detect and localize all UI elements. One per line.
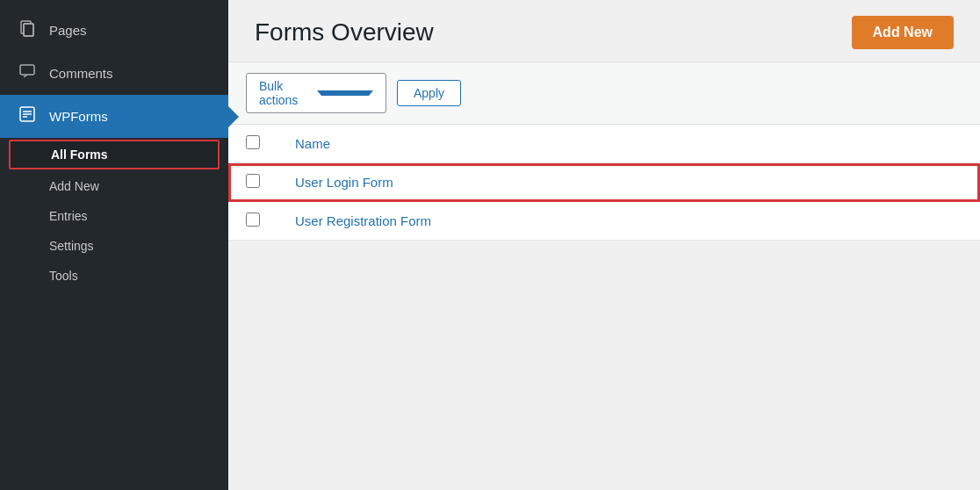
forms-table: Name User Login Form (228, 125, 980, 241)
sidebar-item-pages-label: Pages (49, 23, 87, 38)
sidebar-submenu: All Forms Add New Entries Settings Tools (0, 138, 228, 291)
form-name-cell: User Registration Form (277, 202, 980, 241)
svg-rect-1 (24, 24, 33, 36)
page-header: Forms Overview Add New (228, 0, 980, 61)
form-name-cell: User Login Form (277, 163, 980, 202)
table-row: User Login Form (228, 163, 980, 202)
submenu-item-entries[interactable]: Entries (0, 201, 228, 231)
table-header-row: Name (228, 125, 980, 163)
chevron-down-icon (317, 90, 373, 96)
select-all-checkbox[interactable] (246, 135, 260, 149)
row-checkbox[interactable] (246, 174, 260, 188)
submenu-item-settings[interactable]: Settings (0, 231, 228, 261)
table-area: Bulk actions Apply Name (228, 61, 980, 241)
wpforms-icon (18, 105, 37, 127)
sidebar-item-pages[interactable]: Pages (0, 9, 228, 52)
sidebar-item-comments[interactable]: Comments (0, 52, 228, 95)
name-column-header[interactable]: Name (277, 125, 980, 163)
apply-button[interactable]: Apply (397, 80, 461, 106)
bulk-actions-dropdown[interactable]: Bulk actions (246, 73, 386, 113)
toolbar: Bulk actions Apply (228, 62, 980, 125)
sidebar: Pages Comments WPForms All Forms Add New (0, 0, 228, 490)
submenu-item-add-new[interactable]: Add New (0, 171, 228, 201)
main-content: Forms Overview Add New Bulk actions Appl… (228, 0, 980, 490)
form-name-link[interactable]: User Registration Form (295, 213, 431, 228)
row-checkbox-col (228, 163, 277, 202)
submenu-item-all-forms[interactable]: All Forms (9, 140, 220, 169)
form-name-link[interactable]: User Login Form (295, 175, 393, 190)
pages-icon (18, 19, 37, 41)
select-all-col (228, 125, 277, 163)
sidebar-item-wpforms-label: WPForms (49, 109, 108, 124)
sidebar-item-comments-label: Comments (49, 66, 113, 81)
bulk-actions-label: Bulk actions (259, 79, 306, 107)
sidebar-item-wpforms[interactable]: WPForms (0, 95, 228, 138)
add-new-button[interactable]: Add New (852, 16, 954, 49)
table-row: User Registration Form (228, 202, 980, 241)
page-title: Forms Overview (255, 18, 834, 47)
svg-rect-3 (20, 65, 34, 75)
row-checkbox-col (228, 202, 277, 241)
row-checkbox[interactable] (246, 213, 260, 227)
comments-icon (18, 62, 37, 84)
submenu-item-tools[interactable]: Tools (0, 261, 228, 291)
